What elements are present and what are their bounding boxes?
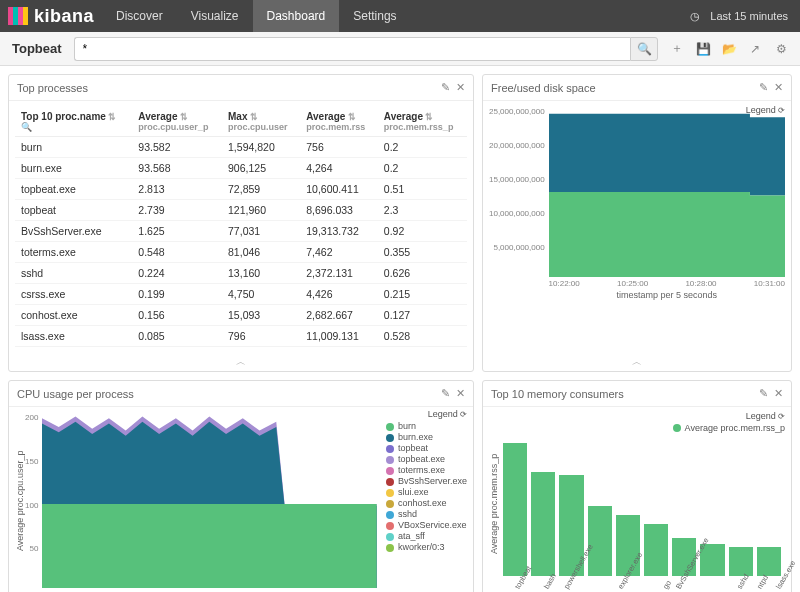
legend-label: burn: [398, 421, 416, 432]
legend-item[interactable]: topbeat.exe: [386, 454, 467, 465]
logo[interactable]: kibana: [0, 6, 102, 27]
dashboard-grid: Top processes ✎ ✕ Top 10 proc.name 🔍Aver…: [0, 66, 800, 592]
search-icon: 🔍: [637, 42, 652, 56]
bar[interactable]: [729, 547, 753, 576]
share-button[interactable]: ↗: [744, 38, 766, 60]
panel-title: Top processes: [17, 82, 441, 94]
save-button[interactable]: 💾: [692, 38, 714, 60]
legend-item[interactable]: sshd: [386, 509, 467, 520]
nav-settings[interactable]: Settings: [339, 0, 410, 32]
edit-icon[interactable]: ✎: [759, 387, 768, 400]
table-row[interactable]: toterms.exe0.54881,0467,4620.355: [15, 242, 467, 263]
new-dashboard-button[interactable]: ＋: [666, 38, 688, 60]
legend-swatch-icon: [386, 511, 394, 519]
legend-item[interactable]: burn.exe: [386, 432, 467, 443]
table-row[interactable]: topbeat.exe2.81372,85910,600.4110.51: [15, 179, 467, 200]
tick-label: 200: [25, 413, 38, 422]
legend-swatch-icon: [386, 456, 394, 464]
collapse-toggle[interactable]: ︿: [483, 353, 791, 371]
column-header[interactable]: Maxproc.cpu.user: [222, 107, 300, 137]
table-row[interactable]: lsass.exe0.08579611,009.1310.528: [15, 326, 467, 347]
table-row[interactable]: sshd0.22413,1602,372.1310.626: [15, 263, 467, 284]
new-icon: ＋: [671, 40, 683, 57]
legend-swatch-icon: [386, 489, 394, 497]
toolbar: ＋ 💾 📂 ↗ ⚙: [666, 38, 792, 60]
panel-top-processes: Top processes ✎ ✕ Top 10 proc.name 🔍Aver…: [8, 74, 474, 372]
svg-marker-1: [549, 192, 785, 277]
nav-visualize[interactable]: Visualize: [177, 0, 253, 32]
table-row[interactable]: BvSshServer.exe1.62577,03119,313.7320.92: [15, 221, 467, 242]
x-axis-label: timestamp per 5 seconds: [549, 290, 785, 300]
query-input[interactable]: [74, 37, 630, 61]
collapse-toggle[interactable]: ︿: [9, 353, 473, 371]
column-header[interactable]: Top 10 proc.name 🔍: [15, 107, 132, 137]
legend-item[interactable]: toterms.exe: [386, 465, 467, 476]
y-axis-label: Average proc.cpu.user_p: [15, 413, 25, 588]
legend-item[interactable]: burn: [386, 421, 467, 432]
table-cell: burn: [15, 137, 132, 158]
table-cell: 0.215: [378, 284, 467, 305]
open-button[interactable]: 📂: [718, 38, 740, 60]
folder-open-icon: 📂: [722, 42, 737, 56]
top-nav: kibana Discover Visualize Dashboard Sett…: [0, 0, 800, 32]
column-header[interactable]: Averageproc.cpu.user_p: [132, 107, 222, 137]
legend-swatch-icon: [386, 478, 394, 486]
nav-discover[interactable]: Discover: [102, 0, 177, 32]
legend-item[interactable]: topbeat: [386, 443, 467, 454]
options-button[interactable]: ⚙: [770, 38, 792, 60]
column-header[interactable]: Averageproc.mem.rss_p: [378, 107, 467, 137]
table-cell: 0.626: [378, 263, 467, 284]
edit-icon[interactable]: ✎: [759, 81, 768, 94]
bar[interactable]: [503, 443, 527, 576]
search-button[interactable]: 🔍: [630, 37, 658, 61]
legend-swatch-icon: [386, 522, 394, 530]
panel-cpu-usage: CPU usage per process ✎ ✕ Legend burnbur…: [8, 380, 474, 592]
table-cell: lsass.exe: [15, 326, 132, 347]
nav-dashboard[interactable]: Dashboard: [253, 0, 340, 32]
table-cell: 93.568: [132, 158, 222, 179]
close-icon[interactable]: ✕: [774, 81, 783, 94]
tick-label: 20,000,000,000: [489, 141, 545, 150]
legend-label: BvSshServer.exe: [398, 476, 467, 487]
table-cell: 2.739: [132, 200, 222, 221]
y-axis-label: Average proc.mem.rss_p: [489, 431, 499, 576]
table-cell: 2,682.667: [300, 305, 378, 326]
legend-label: ata_sff: [398, 531, 425, 542]
tick-label: 10:22:00: [549, 279, 580, 288]
table-row[interactable]: burn93.5821,594,8207560.2: [15, 137, 467, 158]
close-icon[interactable]: ✕: [774, 387, 783, 400]
tick-label: 50: [29, 544, 38, 553]
logo-stripes-icon: [8, 7, 28, 25]
table-cell: 2.813: [132, 179, 222, 200]
legend-item[interactable]: slui.exe: [386, 487, 467, 498]
table-cell: sshd: [15, 263, 132, 284]
gear-icon: ⚙: [776, 42, 787, 56]
column-header[interactable]: Averageproc.mem.rss: [300, 107, 378, 137]
table-row[interactable]: burn.exe93.568906,1254,2640.2: [15, 158, 467, 179]
x-axis: 10:22:0010:25:0010:28:0010:31:00: [549, 277, 785, 288]
table-cell: 0.528: [378, 326, 467, 347]
legend-item[interactable]: ata_sff: [386, 531, 467, 542]
legend-toggle[interactable]: Legend: [386, 409, 467, 419]
table-row[interactable]: topbeat2.739121,9608,696.0332.3: [15, 200, 467, 221]
bar[interactable]: [757, 547, 781, 576]
edit-icon[interactable]: ✎: [441, 81, 450, 94]
table-row[interactable]: conhost.exe0.15615,0932,682.6670.127: [15, 305, 467, 326]
legend-label: conhost.exe: [398, 498, 447, 509]
legend-item[interactable]: kworker/0:3: [386, 542, 467, 553]
bar[interactable]: [531, 472, 555, 576]
sub-bar: Topbeat 🔍 ＋ 💾 📂 ↗ ⚙: [0, 32, 800, 66]
clock-icon: [690, 10, 704, 23]
close-icon[interactable]: ✕: [456, 387, 465, 400]
table-cell: 1,594,820: [222, 137, 300, 158]
legend-item[interactable]: BvSshServer.exe: [386, 476, 467, 487]
legend-item[interactable]: conhost.exe: [386, 498, 467, 509]
table-cell: 2.3: [378, 200, 467, 221]
table-cell: 756: [300, 137, 378, 158]
close-icon[interactable]: ✕: [456, 81, 465, 94]
time-picker[interactable]: Last 15 minutes: [690, 10, 800, 23]
table-row[interactable]: csrss.exe0.1994,7504,4260.215: [15, 284, 467, 305]
legend-toggle[interactable]: Legend: [673, 411, 785, 421]
edit-icon[interactable]: ✎: [441, 387, 450, 400]
legend-item[interactable]: VBoxService.exe: [386, 520, 467, 531]
